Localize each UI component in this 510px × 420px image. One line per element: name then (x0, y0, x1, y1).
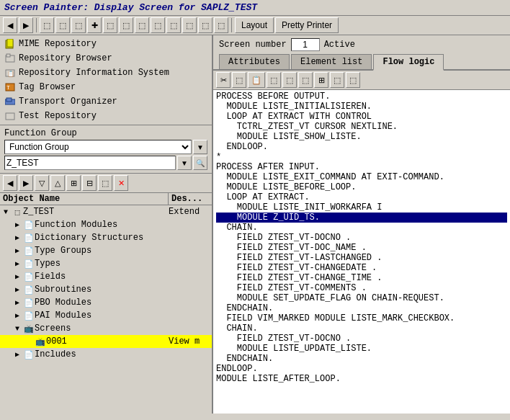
fg-dropdown-btn[interactable]: ▼ (193, 140, 207, 154)
code-btn-4[interactable]: ⬚ (267, 72, 281, 88)
tree-indent (0, 259, 12, 269)
tree-item[interactable]: ▼⬚Z_TESTExtend (0, 205, 212, 218)
toolbar-btn-10[interactable]: ⬚ (182, 17, 197, 33)
code-line: MODULE Z_UID_TS. (216, 213, 507, 223)
tab-attributes[interactable]: Attributes (219, 54, 290, 69)
toolbar-btn-7[interactable]: ⬚ (135, 17, 149, 33)
code-line: MODULE LISTE_UPDATE_LISTE. (216, 344, 507, 354)
code-btn-9[interactable]: ⬚ (346, 72, 360, 88)
code-area[interactable]: PROCESS BEFORE OUTPUT. MODULE LISTE_INIT… (213, 90, 510, 414)
fg-input[interactable] (4, 156, 176, 170)
screen-number-input[interactable] (291, 38, 320, 51)
code-line: MODULE LISTE_EXIT_COMMAND AT EXIT-COMMAN… (216, 172, 507, 182)
lt-btn-6[interactable]: ⊟ (82, 175, 97, 191)
back-button[interactable]: ◀ (3, 17, 17, 33)
code-line: ENDLOOP. (216, 364, 507, 374)
function-group-select[interactable]: Function Group (4, 140, 192, 154)
tree-expander[interactable]: ▶ (12, 297, 23, 308)
nav-item-transport[interactable]: Transport Organizer (0, 94, 212, 109)
lt-btn-4[interactable]: △ (50, 175, 65, 191)
nav-item-mime[interactable]: MIME Repository (0, 37, 212, 51)
code-btn-8[interactable]: ⬚ (330, 72, 344, 88)
code-line: MODULE LISTE_AFTER_LOOP. (216, 374, 507, 384)
tree-item[interactable]: ▶📄PAI Modules (0, 309, 212, 322)
tree-expander[interactable]: ▶ (12, 271, 23, 282)
toolbar-btn-12[interactable]: ⬚ (214, 17, 228, 33)
code-btn-6[interactable]: ⬚ (298, 72, 313, 88)
tree-col-desc-header: Des... (169, 193, 212, 205)
code-line: MODULE SET_UPDATE_FLAG ON CHAIN-REQUEST. (216, 293, 507, 303)
code-btn-1[interactable]: ✂ (216, 72, 231, 88)
lt-btn-7[interactable]: ⬚ (98, 175, 112, 191)
code-line: FIELD ZTEST_VT-CHANGEDATE . (216, 263, 507, 273)
fg-search-btn[interactable]: 🔍 (193, 156, 207, 170)
tree-expander[interactable]: ▶ (12, 310, 23, 321)
tree-expander[interactable]: ▶ (12, 245, 23, 256)
tree-indent (0, 220, 12, 230)
lt-btn-5[interactable]: ⊞ (66, 175, 81, 191)
toolbar-btn-9[interactable]: ⬚ (166, 17, 181, 33)
tree-item[interactable]: ▶📄Function Modules (0, 218, 212, 231)
nav-item-tag[interactable]: T Tag Browser (0, 80, 212, 94)
tree-item[interactable]: ▶📄Types (0, 257, 212, 270)
toolbar-btn-8[interactable]: ⬚ (151, 17, 165, 33)
pretty-printer-button[interactable]: Pretty Printer (275, 17, 339, 33)
tree-expander[interactable]: ▶ (12, 232, 23, 243)
tree-expander[interactable]: ▼ (12, 323, 23, 334)
code-btn-5[interactable]: ⬚ (282, 72, 297, 88)
tree-item[interactable]: 📺0001View m (0, 335, 212, 348)
tree-expander[interactable]: ▶ (12, 258, 23, 269)
tree-item[interactable]: ▶📄PBO Modules (0, 296, 212, 309)
toolbar-btn-5[interactable]: ⬚ (103, 17, 117, 33)
toolbar-btn-11[interactable]: ⬚ (198, 17, 212, 33)
tree-item[interactable]: ▶📄Dictionary Structures (0, 231, 212, 244)
lt-btn-3[interactable]: ▽ (35, 175, 49, 191)
code-btn-3[interactable]: 📋 (248, 72, 265, 88)
nav-item-mime-label: MIME Repository (19, 39, 97, 49)
tab-flow-logic[interactable]: Flow logic (373, 54, 444, 71)
toolbar-btn-3[interactable]: ⬚ (71, 17, 86, 33)
title-text: Screen Painter: Display Screen for SAPLZ… (4, 2, 257, 13)
tree-item-label: 0001 (46, 336, 169, 347)
fg-input-dropdown-btn[interactable]: ▼ (177, 156, 192, 170)
code-btn-7[interactable]: ⊞ (314, 72, 328, 88)
tree-node-icon: ⬚ (12, 206, 23, 218)
code-line: PROCESS BEFORE OUTPUT. (216, 91, 507, 102)
mime-icon (4, 38, 16, 50)
tree-item[interactable]: ▶📄Type Groups (0, 244, 212, 257)
toolbar-btn-6[interactable]: ⬚ (119, 17, 133, 33)
tree-col-name-header: Object Name (0, 193, 169, 205)
svg-rect-10 (6, 113, 14, 120)
nav-item-tag-label: Tag Browser (19, 82, 76, 92)
code-line: FIELD ZTEST_VT-LASTCHANGED . (216, 253, 507, 263)
tab-element-list[interactable]: Element list (291, 54, 372, 69)
right-panel: Screen number Active AttributesElement l… (213, 35, 510, 414)
code-line: MODULE LISTE_INITIALISIEREN. (216, 102, 507, 112)
tree-item-label: Function Modules (35, 220, 169, 230)
active-label: Active (324, 40, 355, 50)
tree-item[interactable]: ▶📄Fields (0, 270, 212, 283)
tree-item[interactable]: ▶📄Includes (0, 348, 212, 361)
nav-item-test[interactable]: Test Repository (0, 109, 212, 123)
tree-item[interactable]: ▼📺Screens (0, 322, 212, 335)
tree-expander[interactable] (23, 336, 35, 347)
layout-button[interactable]: Layout (235, 17, 274, 33)
tree-indent (0, 336, 12, 347)
toolbar-btn-4[interactable]: ✚ (87, 17, 102, 33)
tree-expander[interactable]: ▶ (12, 219, 23, 231)
tree-expander[interactable]: ▶ (12, 349, 23, 360)
tree-item-label: Screens (35, 323, 169, 334)
nav-item-repo-info[interactable]: 📋 Repository Information System (0, 66, 212, 80)
lt-btn-2[interactable]: ▶ (19, 175, 33, 191)
nav-item-repo[interactable]: Repository Browser (0, 51, 212, 66)
tree-item[interactable]: ▶📄Subroutines (0, 283, 212, 296)
lt-btn-8[interactable]: ✕ (114, 175, 128, 191)
forward-button[interactable]: ▶ (19, 17, 33, 33)
lt-btn-1[interactable]: ◀ (3, 175, 17, 191)
code-btn-2[interactable]: ⬚ (232, 72, 246, 88)
fg-input-row: ▼ 🔍 (4, 156, 207, 170)
toolbar-btn-2[interactable]: ⬚ (55, 17, 70, 33)
tree-expander[interactable]: ▶ (12, 284, 23, 295)
toolbar-btn-1[interactable]: ⬚ (40, 17, 54, 33)
tree-expander[interactable]: ▼ (0, 206, 12, 218)
